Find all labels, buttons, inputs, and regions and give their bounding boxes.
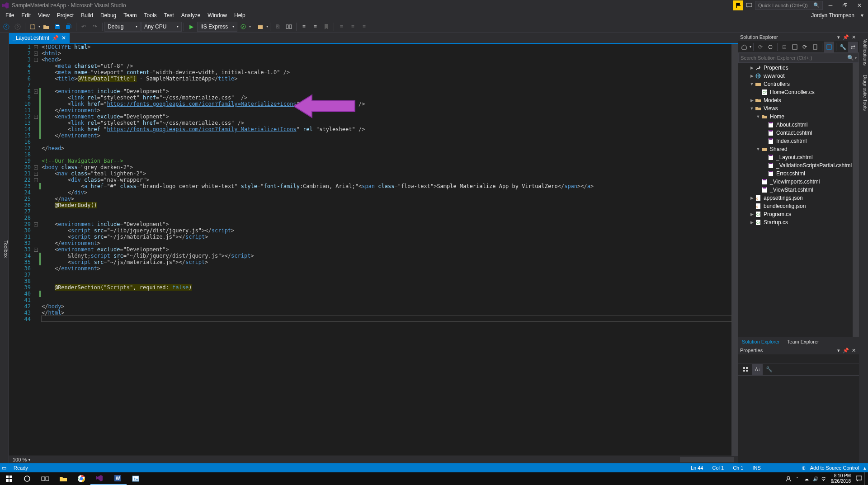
solution-search-input[interactable] (741, 55, 847, 61)
menu-help[interactable]: Help (231, 10, 249, 20)
action-center-icon[interactable] (854, 472, 863, 485)
show-desktop[interactable] (864, 472, 866, 485)
quick-launch-input[interactable]: Quick Launch (Ctrl+Q) 🔍 (755, 1, 823, 10)
save-icon[interactable] (52, 21, 63, 32)
menu-window[interactable]: Window (204, 10, 231, 20)
tree-scrollbar[interactable] (853, 63, 859, 337)
prop-wrench-icon[interactable]: 🔧 (764, 364, 774, 375)
clock[interactable]: 8:10 PM 6/26/2018 (828, 473, 854, 484)
chrome-icon[interactable] (72, 472, 90, 485)
panel-dropdown-icon[interactable]: ▾ (836, 348, 841, 353)
publish-dropdown-icon[interactable]: ▴ (863, 465, 866, 471)
menu-debug[interactable]: Debug (97, 10, 120, 20)
zoom-value[interactable]: 100 % (13, 457, 27, 462)
new-project-icon[interactable] (27, 21, 38, 32)
tree-item[interactable]: About.cshtml (738, 121, 859, 129)
find-file-icon[interactable]: ⎘ (272, 21, 283, 32)
save-all-icon[interactable] (63, 21, 74, 32)
sync-icon[interactable] (765, 42, 775, 52)
maximize-button[interactable]: 🗗 (838, 0, 852, 10)
tree-item[interactable]: Contact.cshtml (738, 129, 859, 137)
cortana-icon[interactable] (18, 472, 36, 485)
format-icon[interactable]: ≡ (347, 21, 358, 32)
tree-item[interactable]: {}bundleconfig.json (738, 202, 859, 210)
photos-icon[interactable] (127, 472, 145, 485)
notifications-tab[interactable]: Notifications (859, 33, 868, 69)
show-all-icon[interactable] (790, 42, 800, 52)
pending-changes-icon[interactable]: ⟳ (755, 42, 765, 52)
code-editor[interactable]: 1-2-3-45678-9101112-1314151617181920-21-… (9, 43, 738, 456)
extension-icon[interactable] (255, 21, 266, 32)
categorized-icon[interactable] (740, 364, 751, 375)
more-icon[interactable]: ≡ (359, 21, 369, 32)
tree-item[interactable]: ▼Views (738, 104, 859, 113)
tree-item[interactable]: ▶Properties (738, 64, 859, 72)
tree-item[interactable]: _ValidationScriptsPartial.cshtml (738, 161, 859, 170)
task-view-icon[interactable] (36, 472, 54, 485)
tree-item[interactable]: ▼Home (738, 113, 859, 121)
menu-edit[interactable]: Edit (18, 10, 34, 20)
onedrive-icon[interactable]: ☁ (802, 472, 811, 485)
uncomment-icon[interactable]: ≡ (336, 21, 347, 32)
alphabetical-icon[interactable]: A↓ (752, 364, 763, 375)
source-control-icon[interactable]: ⊕ (802, 465, 806, 471)
pin-icon[interactable]: 📌 (52, 35, 59, 41)
menu-analyze[interactable]: Analyze (178, 10, 204, 20)
comment-icon[interactable] (283, 21, 294, 32)
tab-team-explorer[interactable]: Team Explorer (783, 337, 823, 346)
volume-icon[interactable]: 🔊 (812, 472, 819, 485)
panel-close-icon[interactable]: ✕ (850, 348, 857, 353)
platform-combo[interactable]: Any CPU▾ (141, 22, 182, 32)
user-dropdown-icon[interactable]: ▾ (858, 12, 866, 19)
panel-close-icon[interactable]: ✕ (850, 34, 857, 40)
tree-item[interactable]: Error.cshtml (738, 170, 859, 178)
diagnostic-tools-tab[interactable]: Diagnostic Tools (859, 69, 868, 114)
close-button[interactable]: ✕ (853, 0, 866, 10)
people-icon[interactable] (784, 472, 793, 485)
nav-forward-icon[interactable] (12, 21, 23, 32)
run-target-combo[interactable]: IIS Express▾ (197, 22, 237, 32)
feedback-icon[interactable] (744, 0, 754, 10)
editor-scrollbar[interactable] (731, 44, 738, 456)
tree-item[interactable]: ▶Models (738, 96, 859, 104)
menu-file[interactable]: File (2, 10, 18, 20)
minimize-button[interactable]: ─ (824, 0, 837, 10)
wrench-icon[interactable]: 🔧 (838, 42, 848, 52)
panel-dropdown-icon[interactable]: ▾ (836, 34, 841, 40)
tree-item[interactable]: Index.cshtml (738, 137, 859, 145)
user-name[interactable]: Jordyn Thompson (807, 12, 858, 19)
tree-item[interactable]: ▼Shared (738, 145, 859, 153)
start-button[interactable] (0, 472, 18, 485)
wifi-icon[interactable] (820, 472, 827, 485)
nav-back-icon[interactable] (1, 21, 12, 32)
collapse-icon[interactable]: ⊟ (779, 42, 789, 52)
run-icon[interactable]: ▶ (186, 21, 197, 32)
tray-up-icon[interactable]: ˄ (794, 472, 801, 485)
indent-icon[interactable]: ≡ (298, 21, 309, 32)
bookmark-icon[interactable] (321, 21, 332, 32)
refresh-icon[interactable]: ⟳ (800, 42, 810, 52)
panel-pin-icon[interactable]: 📌 (841, 34, 850, 40)
solution-search[interactable]: 🔍 ▾ (738, 53, 859, 63)
notification-flag-icon[interactable] (733, 0, 743, 10)
tree-item[interactable]: ▶{}appsettings.json (738, 194, 859, 202)
properties-icon[interactable] (810, 42, 820, 52)
tree-item[interactable]: _ViewImports.cshtml (738, 178, 859, 186)
word-icon[interactable]: W (108, 472, 127, 485)
tree-item[interactable]: ▶C#Startup.cs (738, 218, 859, 226)
solution-tree[interactable]: ▶Properties▶wwwroot▼ControllersC#HomeCon… (738, 63, 859, 337)
open-file-icon[interactable] (41, 21, 52, 32)
menu-view[interactable]: View (34, 10, 53, 20)
output-icon[interactable]: ▭ (2, 465, 9, 471)
zoom-dropdown-icon[interactable]: ▾ (28, 458, 30, 462)
menu-team[interactable]: Team (120, 10, 140, 20)
preview-icon[interactable] (824, 42, 834, 52)
home-icon[interactable] (739, 42, 749, 52)
status-source-control[interactable]: Add to Source Control (806, 465, 863, 471)
panel-pin-icon[interactable]: 📌 (841, 348, 850, 353)
redo-icon[interactable]: ↷ (90, 21, 100, 32)
file-explorer-icon[interactable] (54, 472, 72, 485)
close-tab-icon[interactable]: ✕ (61, 35, 66, 41)
config-combo[interactable]: Debug▾ (104, 22, 141, 32)
tree-item[interactable]: ▼Controllers (738, 80, 859, 88)
